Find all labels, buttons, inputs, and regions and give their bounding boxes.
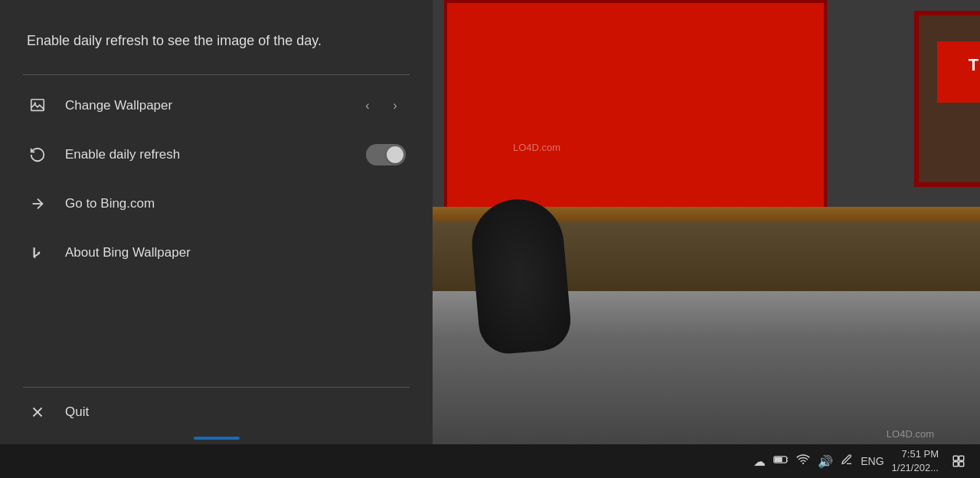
svg-point-1	[34, 102, 36, 104]
svg-rect-8	[775, 457, 782, 463]
context-menu: Enable daily refresh to see the image of…	[0, 0, 433, 444]
close-icon	[27, 401, 48, 423]
image-icon	[27, 95, 48, 116]
next-wallpaper-button[interactable]: ›	[384, 95, 406, 116]
scroll-indicator	[194, 437, 240, 440]
battery-icon[interactable]	[773, 454, 789, 468]
change-wallpaper-label: Change Wallpaper	[65, 98, 340, 113]
menu-item-enable-refresh[interactable]: Enable daily refresh	[0, 130, 433, 179]
system-clock[interactable]: 7:51 PM 1/21/202...	[892, 447, 939, 475]
volume-icon[interactable]: 🔊	[818, 454, 833, 469]
booth-red-panel: TOMMES NASJE GANG Jul	[444, 0, 827, 222]
system-tray: ☁ 🔊	[753, 447, 971, 475]
arrow-right-icon	[27, 193, 48, 214]
svg-rect-0	[31, 100, 44, 111]
svg-rect-12	[959, 462, 964, 467]
menu-item-about-bing[interactable]: About Bing Wallpaper	[0, 228, 433, 277]
quit-label: Quit	[65, 404, 406, 420]
about-bing-label: About Bing Wallpaper	[65, 245, 406, 260]
menu-header: Enable daily refresh to see the image of…	[0, 0, 433, 74]
refresh-icon	[27, 144, 48, 165]
menu-items-list: Change Wallpaper ‹ › Enable daily refres…	[0, 75, 433, 387]
change-wallpaper-nav: ‹ ›	[357, 95, 406, 116]
clock-time: 7:51 PM	[902, 447, 939, 461]
booth-sign-text: TOMMES NASJE GANG	[969, 55, 980, 75]
prev-wallpaper-button[interactable]: ‹	[357, 95, 378, 116]
svg-rect-11	[953, 462, 958, 467]
taskbar: ☁ 🔊	[0, 444, 980, 478]
pen-icon[interactable]	[841, 453, 853, 469]
booth-sign: TOMMES NASJE GANG Jul	[937, 41, 980, 103]
svg-rect-9	[953, 456, 958, 460]
cloud-icon[interactable]: ☁	[753, 454, 766, 469]
menu-item-change-wallpaper[interactable]: Change Wallpaper ‹ ›	[0, 81, 433, 130]
svg-rect-10	[959, 456, 964, 460]
language-indicator[interactable]: ENG	[861, 455, 884, 467]
go-to-bing-label: Go to Bing.com	[65, 196, 406, 211]
wifi-icon[interactable]	[796, 453, 810, 469]
enable-refresh-label: Enable daily refresh	[65, 147, 349, 162]
clock-date: 1/21/202...	[892, 461, 939, 475]
menu-item-quit[interactable]: Quit	[0, 388, 433, 437]
menu-item-go-to-bing[interactable]: Go to Bing.com	[0, 179, 433, 228]
enable-refresh-toggle[interactable]	[366, 144, 406, 165]
bing-icon	[27, 242, 48, 264]
action-center-button[interactable]	[946, 449, 971, 473]
toggle-knob	[387, 146, 403, 163]
